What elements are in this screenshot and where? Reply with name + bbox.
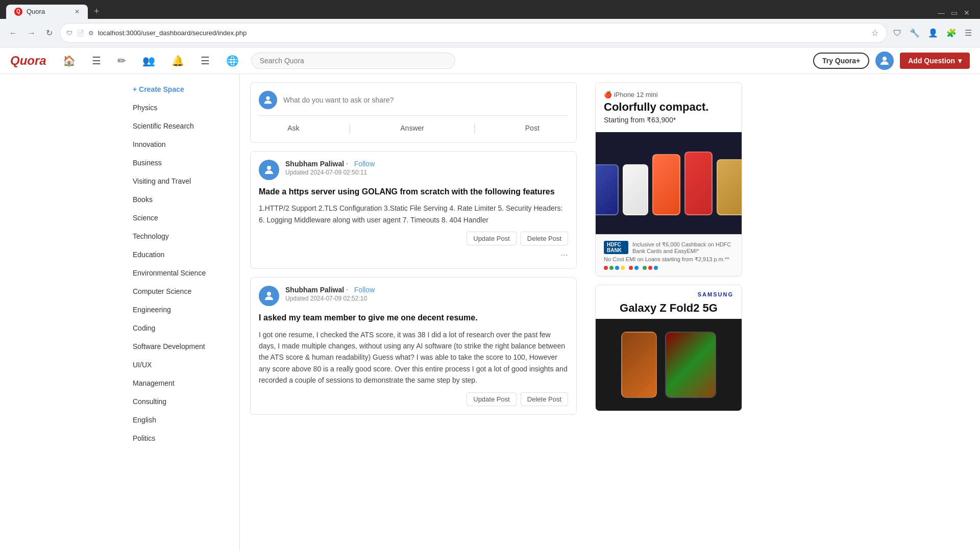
bell-icon[interactable]: 🔔 bbox=[167, 53, 188, 69]
quora-logo[interactable]: Quora bbox=[10, 54, 46, 68]
sidebar-item-scientific-research[interactable]: Scientific Research bbox=[122, 117, 239, 135]
chevron-down-icon: ▾ bbox=[958, 57, 962, 65]
phone-white bbox=[623, 164, 648, 215]
post-body-1: 1.HTTP/2 Support 2.TLS Configuration 3.S… bbox=[259, 203, 568, 226]
people-icon[interactable]: 👥 bbox=[138, 53, 159, 69]
post-body-2: I got one resume, I checked the ATS scor… bbox=[259, 329, 568, 386]
update-post-button-1[interactable]: Update Post bbox=[467, 232, 517, 245]
sidebar-item-books[interactable]: Books bbox=[122, 190, 239, 209]
sidebar-item-engineering[interactable]: Engineering bbox=[122, 300, 239, 319]
hdfc-badge: HDFC BANK bbox=[604, 241, 628, 254]
iphone-price: Starting from ₹63,900* bbox=[604, 116, 733, 124]
divider-2: | bbox=[473, 122, 476, 134]
post-header-2: Shubham Paliwal · Follow Updated 2024-07… bbox=[259, 286, 568, 306]
sidebar-item-innovation[interactable]: Innovation bbox=[122, 135, 239, 154]
back-button[interactable]: ← bbox=[6, 27, 20, 40]
sidebar-item-education[interactable]: Education bbox=[122, 245, 239, 264]
user-avatar[interactable] bbox=[875, 52, 894, 70]
divider-1: | bbox=[349, 122, 351, 134]
delete-post-button-1[interactable]: Delete Post bbox=[521, 232, 568, 245]
iphone-ad: 🍎 iPhone 12 mini Colorfully compact. Sta… bbox=[595, 82, 742, 277]
shield-icon[interactable]: 🛡 bbox=[891, 27, 903, 40]
new-tab-button[interactable]: + bbox=[90, 4, 104, 19]
dot2-blue bbox=[634, 266, 639, 270]
globe-icon[interactable]: 🌐 bbox=[222, 53, 243, 69]
sidebar-item-uiux[interactable]: UI/UX bbox=[122, 356, 239, 374]
sidebar-item-english[interactable]: English bbox=[122, 411, 239, 429]
bookmark-star-icon[interactable]: ☆ bbox=[869, 26, 880, 40]
sidebar-item-consulting[interactable]: Consulting bbox=[122, 392, 239, 411]
lock-icon: ⚙ bbox=[88, 30, 94, 37]
phone-coral bbox=[652, 154, 680, 215]
minimize-button[interactable]: — bbox=[938, 9, 945, 17]
svg-point-1 bbox=[266, 96, 270, 100]
iphone-ad-footer: HDFC BANK Inclusive of ₹6,000 Cashback o… bbox=[596, 234, 742, 276]
follow-link-2[interactable]: Follow bbox=[354, 286, 375, 294]
ask-input[interactable] bbox=[283, 96, 568, 104]
reload-button[interactable]: ↻ bbox=[43, 26, 56, 40]
svg-point-2 bbox=[267, 166, 271, 170]
sidebar: + Create Space Physics Scientific Resear… bbox=[122, 74, 240, 551]
sidebar-item-physics[interactable]: Physics bbox=[122, 98, 239, 117]
quora-app: Quora 🏠 ☰ ✏ 👥 🔔 ☰ 🌐 Try Quora+ Add Quest… bbox=[0, 47, 980, 551]
tab-favicon: Q bbox=[14, 8, 22, 16]
fold-phone-closed bbox=[621, 332, 657, 398]
nav-right: Try Quora+ Add Question ▾ bbox=[813, 52, 970, 70]
tab-close-button[interactable]: ✕ bbox=[75, 8, 80, 15]
forward-button[interactable]: → bbox=[24, 27, 39, 40]
sidebar-item-management[interactable]: Management bbox=[122, 374, 239, 392]
create-space-button[interactable]: + Create Space bbox=[122, 80, 239, 98]
active-tab[interactable]: Q Quora ✕ bbox=[6, 5, 88, 19]
ad-footer-emi: No Cost EMI on Loans starting from ₹2,91… bbox=[604, 256, 733, 263]
menu-icon[interactable]: ☰ bbox=[963, 26, 974, 40]
sidebar-item-coding[interactable]: Coding bbox=[122, 319, 239, 337]
edit-icon[interactable]: ✏ bbox=[113, 53, 130, 69]
main-layout: + Create Space Physics Scientific Resear… bbox=[122, 74, 857, 551]
ad-footer-logos bbox=[604, 266, 733, 270]
post-timestamp-2: Updated 2024-07-09 02:52:10 bbox=[285, 295, 568, 302]
post-avatar-1 bbox=[259, 160, 279, 180]
delete-post-button-2[interactable]: Delete Post bbox=[521, 392, 568, 406]
ad-footer-row-1: HDFC BANK Inclusive of ₹6,000 Cashback o… bbox=[604, 241, 733, 254]
logo-dots-3 bbox=[643, 266, 658, 270]
profile-icon[interactable]: 👤 bbox=[926, 26, 940, 40]
ask-button[interactable]: Ask bbox=[279, 122, 307, 134]
right-sidebar: 🍎 iPhone 12 mini Colorfully compact. Sta… bbox=[587, 74, 750, 551]
search-input[interactable] bbox=[251, 53, 455, 69]
answer-button[interactable]: Answer bbox=[392, 122, 432, 134]
sidebar-item-computer-science[interactable]: Computer Science bbox=[122, 282, 239, 300]
ask-box: Ask | Answer | Post bbox=[250, 82, 577, 143]
maximize-button[interactable]: ▭ bbox=[951, 9, 958, 17]
post-button[interactable]: Post bbox=[517, 122, 548, 134]
ask-actions: Ask | Answer | Post bbox=[259, 115, 568, 134]
phone-gold bbox=[717, 159, 743, 215]
add-question-button[interactable]: Add Question ▾ bbox=[900, 53, 970, 69]
update-post-button-2[interactable]: Update Post bbox=[467, 392, 517, 406]
sidebar-item-politics[interactable]: Politics bbox=[122, 429, 239, 447]
sidebar-item-science[interactable]: Science bbox=[122, 209, 239, 227]
post-meta-2: Shubham Paliwal · Follow Updated 2024-07… bbox=[285, 286, 568, 302]
sidebar-item-business[interactable]: Business bbox=[122, 154, 239, 172]
list-icon[interactable]: ☰ bbox=[88, 53, 105, 69]
address-input[interactable] bbox=[98, 29, 865, 37]
extensions-icon[interactable]: 🧩 bbox=[944, 26, 959, 40]
wrench-icon[interactable]: 🔧 bbox=[908, 26, 922, 40]
dot3-green bbox=[643, 266, 647, 270]
top-navigation: Quora 🏠 ☰ ✏ 👥 🔔 ☰ 🌐 Try Quora+ Add Quest… bbox=[0, 47, 980, 74]
browser-toolbar: ← → ↻ 🛡 📄 ⚙ ☆ 🛡 🔧 👤 🧩 ☰ bbox=[0, 19, 980, 47]
try-quora-button[interactable]: Try Quora+ bbox=[813, 53, 869, 69]
sidebar-item-software-development[interactable]: Software Development bbox=[122, 337, 239, 356]
iphone-title: Colorfully compact. bbox=[604, 101, 733, 114]
close-button[interactable]: ✕ bbox=[964, 9, 970, 17]
post-card-2: Shubham Paliwal · Follow Updated 2024-07… bbox=[250, 277, 577, 414]
follow-link-1[interactable]: Follow bbox=[354, 160, 375, 168]
sidebar-item-technology[interactable]: Technology bbox=[122, 227, 239, 245]
home-icon[interactable]: 🏠 bbox=[59, 53, 80, 69]
post-timestamp-1: Updated 2024-07-09 02:50:11 bbox=[285, 169, 568, 176]
sidebar-item-visiting-travel[interactable]: Visiting and Travel bbox=[122, 172, 239, 190]
phone-blue bbox=[595, 164, 619, 215]
post-more-1[interactable]: ... bbox=[259, 245, 568, 260]
menu2-icon[interactable]: ☰ bbox=[197, 53, 214, 69]
page-icon: 📄 bbox=[77, 30, 84, 37]
sidebar-item-environmental-science[interactable]: Environmental Science bbox=[122, 264, 239, 282]
